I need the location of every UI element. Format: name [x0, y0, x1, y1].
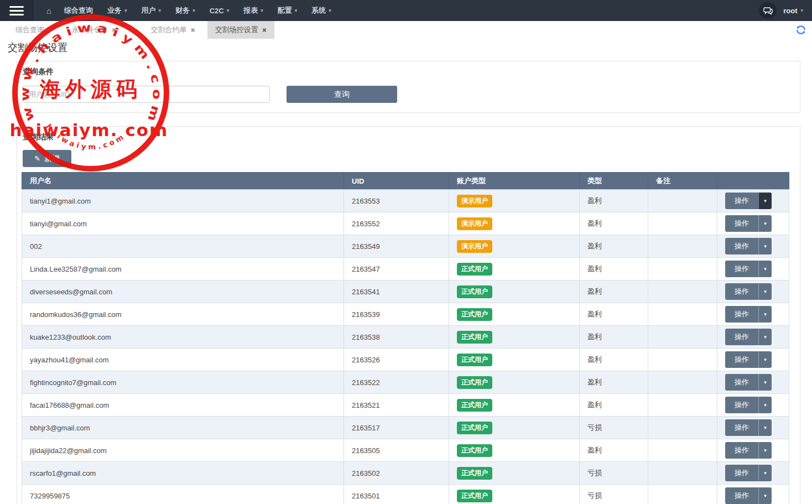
chat-icon[interactable]: [759, 2, 777, 19]
action-button[interactable]: 操作: [725, 419, 758, 436]
action-dropdown-toggle[interactable]: ▾: [758, 329, 772, 345]
action-button-group: 操作 ▾: [725, 465, 772, 481]
navbar-menu-item[interactable]: 用户 ▾: [134, 0, 169, 21]
navbar-menu-item[interactable]: 业务 ▾: [100, 0, 134, 21]
table-row: rscarfo1@gmail.com 2163502 正式用户 亏损 操作 ▾: [22, 462, 789, 485]
add-button[interactable]: ✎ 新增: [23, 150, 71, 167]
action-button[interactable]: 操作: [725, 283, 758, 300]
navbar-menu-item[interactable]: 报表 ▾: [236, 0, 270, 21]
tab-label: 永续持仓单: [72, 25, 108, 35]
cell-account-type: 正式用户: [449, 326, 580, 349]
action-button-group: 操作 ▾: [725, 374, 772, 391]
close-icon[interactable]: ✖: [190, 27, 195, 33]
action-button[interactable]: 操作: [725, 329, 758, 345]
navbar-menu-item[interactable]: 系统 ▾: [304, 0, 339, 21]
navbar-menu-item[interactable]: 配置 ▾: [270, 0, 305, 21]
table-row: Linda.Lee32587@gmail.com 2163547 正式用户 盈利…: [22, 258, 789, 280]
cell-username: rscarfo1@gmail.com: [22, 462, 344, 485]
action-dropdown-toggle[interactable]: ▾: [758, 283, 772, 300]
tab[interactable]: 交割场控设置 ✖: [207, 21, 274, 39]
search-input[interactable]: [23, 86, 270, 103]
account-type-badge: 正式用户: [457, 490, 492, 502]
tab[interactable]: 综合查询 ✖: [8, 21, 52, 39]
cell-remark: [648, 326, 717, 349]
cell-remark: [648, 485, 717, 504]
close-icon[interactable]: ✖: [112, 27, 116, 33]
cell-remark: [648, 371, 717, 394]
action-dropdown-toggle[interactable]: ▾: [758, 215, 772, 232]
navbar-menu-item[interactable]: 综合查询 ▾: [57, 0, 100, 21]
action-button[interactable]: 操作: [725, 238, 758, 254]
action-dropdown-toggle[interactable]: ▾: [758, 442, 772, 459]
action-button[interactable]: 操作: [725, 465, 758, 481]
cell-actions: 操作 ▾: [717, 212, 789, 235]
chevron-down-icon: ▾: [124, 8, 127, 13]
action-dropdown-toggle[interactable]: ▾: [758, 465, 772, 481]
table-row: diverseseeds@gmail.com 2163541 正式用户 盈利 操…: [22, 280, 789, 303]
action-dropdown-toggle[interactable]: ▾: [758, 374, 772, 391]
navbar-menu-item[interactable]: 财务 ▾: [168, 0, 202, 21]
top-navbar: ⌂ 综合查询 ▾ 业务 ▾ 用户 ▾ 财务 ▾ C2C ▾ 报表 ▾ 配置 ▾ …: [0, 0, 812, 21]
action-dropdown-toggle[interactable]: ▾: [758, 487, 772, 504]
result-panel: 查询结果 ✎ 新增 用户名 UID 账户类型 类型 备注 tianyi1@gma…: [17, 126, 800, 504]
hamburger-menu-icon[interactable]: [0, 0, 33, 21]
cell-account-type: 正式用户: [449, 371, 580, 394]
action-dropdown-toggle[interactable]: ▾: [758, 193, 772, 209]
action-button[interactable]: 操作: [725, 487, 758, 504]
cell-actions: 操作 ▾: [717, 235, 789, 258]
table-row: jijidajijida22@gmail.com 2163505 正式用户 盈利…: [22, 439, 789, 462]
cell-type: 盈利: [580, 212, 648, 235]
table-header-row: 用户名 UID 账户类型 类型 备注: [22, 173, 789, 190]
action-dropdown-toggle[interactable]: ▾: [758, 397, 772, 413]
user-menu[interactable]: root ▾: [783, 7, 803, 15]
close-icon[interactable]: ✖: [262, 27, 267, 33]
cell-remark: [648, 462, 717, 485]
query-section-title: 查询条件: [23, 67, 54, 77]
action-button[interactable]: 操作: [725, 397, 758, 413]
cell-uid: 2163501: [344, 485, 449, 504]
cell-type: 盈利: [580, 258, 648, 280]
action-button-group: 操作 ▾: [725, 193, 772, 209]
cell-username: tianyi@gmail.com: [22, 212, 344, 235]
username-label: root: [783, 7, 797, 15]
action-button[interactable]: 操作: [725, 351, 758, 368]
action-button[interactable]: 操作: [725, 374, 758, 391]
cell-username: 7329959875: [22, 485, 344, 504]
action-button[interactable]: 操作: [725, 442, 758, 459]
cell-uid: 2163538: [344, 326, 449, 349]
cell-remark: [648, 349, 717, 371]
home-icon[interactable]: ⌂: [46, 6, 51, 15]
action-button[interactable]: 操作: [725, 306, 758, 323]
cell-remark: [648, 235, 717, 258]
tab[interactable]: 交割合约单 ✖: [143, 21, 202, 39]
navbar-menu-item-label: 系统: [311, 6, 326, 15]
navbar-menu-item[interactable]: C2C ▾: [202, 0, 237, 21]
action-dropdown-toggle[interactable]: ▾: [758, 306, 772, 323]
navbar-menu-item-label: 报表: [243, 6, 258, 15]
cell-type: 盈利: [580, 303, 648, 326]
refresh-icon[interactable]: [795, 24, 808, 37]
action-dropdown-toggle[interactable]: ▾: [758, 351, 772, 368]
cell-account-type: 正式用户: [449, 439, 580, 462]
action-button[interactable]: 操作: [725, 261, 758, 277]
action-button-group: 操作 ▾: [725, 397, 772, 413]
action-button[interactable]: 操作: [725, 193, 758, 209]
action-button[interactable]: 操作: [725, 215, 758, 232]
account-type-badge: 正式用户: [457, 354, 492, 366]
account-type-badge: 正式用户: [457, 376, 492, 389]
chevron-down-icon: ▾: [159, 8, 162, 13]
table-row: bbhjr3@gmail.com 2163517 正式用户 亏损 操作 ▾: [22, 417, 789, 439]
add-button-label: 新增: [44, 154, 60, 164]
cell-actions: 操作 ▾: [717, 303, 789, 326]
cell-type: 盈利: [580, 439, 648, 462]
account-type-badge: 正式用户: [457, 331, 492, 344]
action-dropdown-toggle[interactable]: ▾: [758, 419, 772, 436]
tab-label: 交割场控设置: [215, 25, 258, 35]
cell-type: 盈利: [580, 326, 648, 349]
tab[interactable]: 永续持仓单 ✖: [64, 21, 124, 39]
query-button[interactable]: 查询: [287, 86, 397, 103]
cell-account-type: 正式用户: [449, 258, 580, 280]
header-username: 用户名: [22, 173, 344, 190]
action-dropdown-toggle[interactable]: ▾: [758, 261, 772, 277]
action-dropdown-toggle[interactable]: ▾: [758, 238, 772, 254]
